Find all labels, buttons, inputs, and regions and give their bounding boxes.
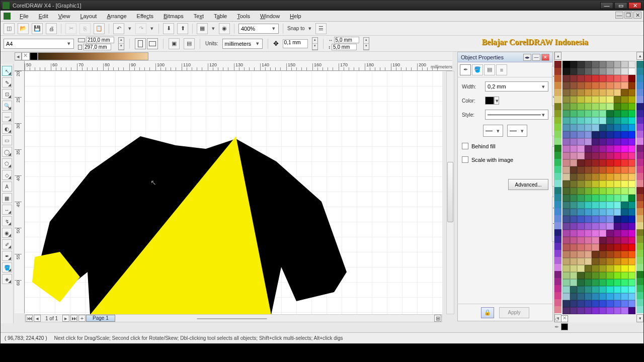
page-layout-button[interactable]: ▣ xyxy=(169,38,180,49)
palette-col2-up[interactable]: ▴ xyxy=(636,52,643,60)
menu-layout[interactable]: Layout xyxy=(76,12,101,20)
welcome-button[interactable]: ◉ xyxy=(219,23,230,34)
horizontal-scroll-thumb[interactable] xyxy=(197,318,267,319)
save-button[interactable]: 💾 xyxy=(32,23,43,34)
basic-shapes-tool[interactable]: ◇ xyxy=(2,170,12,180)
status-fill-swatch[interactable] xyxy=(561,315,568,322)
docker-tab-internet[interactable]: ≡ xyxy=(496,64,507,75)
connector-tool[interactable]: ↯ xyxy=(2,216,12,226)
prev-page-button[interactable]: ◂ xyxy=(34,315,41,322)
undo-dropdown[interactable]: ▾ xyxy=(127,25,132,32)
vertical-scroll-thumb[interactable] xyxy=(447,162,453,222)
lock-button[interactable]: 🔒 xyxy=(481,307,494,318)
ruler-origin[interactable] xyxy=(15,61,25,70)
palette-grid[interactable] xyxy=(562,61,635,313)
app-launcher-button[interactable]: ▦ xyxy=(197,23,208,34)
docker-tab-text[interactable]: ▤ xyxy=(484,64,495,75)
end-arrowhead-select[interactable]: ▾ xyxy=(507,125,527,137)
import-button[interactable]: ⬇ xyxy=(163,23,174,34)
docker-titlebar[interactable]: Object Properties ◂▸ — ✕ xyxy=(458,52,552,62)
export-button[interactable]: ⬆ xyxy=(177,23,188,34)
palette-no-fill[interactable] xyxy=(22,52,30,60)
menu-help[interactable]: Help xyxy=(286,12,305,20)
dup-spinner[interactable]: ▴▾ xyxy=(363,37,369,50)
outline-tool[interactable]: ✒ xyxy=(2,251,12,261)
page-dim-spinner[interactable]: ▴▾ xyxy=(118,37,124,50)
menu-bitmaps[interactable]: Bitmaps xyxy=(159,12,188,20)
doc-close-button[interactable]: ✕ xyxy=(633,12,641,19)
interactive-blend-tool[interactable]: ◉ xyxy=(2,228,12,238)
app-launcher-dropdown[interactable]: ▾ xyxy=(211,25,216,32)
outline-width-select[interactable]: 0,2 mm ▾ xyxy=(485,81,548,92)
undo-button[interactable]: ↶ xyxy=(113,23,124,34)
page-height-input[interactable]: 297,0 mm xyxy=(83,44,111,50)
canvas[interactable]: ↖ xyxy=(25,71,442,314)
dup-y-input[interactable]: 5,0 mm xyxy=(332,44,357,50)
dup-x-input[interactable]: 5,0 mm xyxy=(334,37,359,43)
page-width-input[interactable]: 210,0 mm xyxy=(86,37,114,43)
polygon-tool[interactable]: ⬠ xyxy=(2,158,12,168)
docker-tab-fill[interactable]: 🪣 xyxy=(472,64,483,75)
interactive-fill-tool[interactable]: ◈ xyxy=(2,274,12,284)
print-button[interactable]: 🖨 xyxy=(46,23,57,34)
palette-left-button[interactable]: ◂ xyxy=(15,52,22,60)
first-page-button[interactable]: ⏮ xyxy=(26,315,33,322)
doc-minimize-button[interactable]: — xyxy=(615,12,623,19)
units-select[interactable]: millimeters ▾ xyxy=(222,39,263,49)
crop-tool[interactable]: ⊡ xyxy=(2,89,12,99)
scale-with-image-checkbox[interactable] xyxy=(462,156,468,163)
redo-button[interactable]: ↷ xyxy=(135,23,146,34)
dimension-tool[interactable]: ↔ xyxy=(2,205,12,215)
ruler-vertical[interactable]: 202530354045505560 xyxy=(15,71,25,313)
smart-fill-tool[interactable]: ◐ xyxy=(2,124,12,134)
shape-tool[interactable]: ✎ xyxy=(2,77,12,87)
outline-color-swatch[interactable] xyxy=(485,97,494,105)
text-tool[interactable]: A xyxy=(2,182,12,192)
window-close-button[interactable]: ✕ xyxy=(628,2,641,9)
docker-expand-button[interactable]: ◂▸ xyxy=(523,54,531,61)
palette-swatches[interactable] xyxy=(38,52,148,60)
new-button[interactable]: ◫ xyxy=(4,23,15,34)
menu-file[interactable]: File xyxy=(16,12,33,20)
palette-col1-up[interactable]: ▴ xyxy=(554,52,561,60)
status-outline-swatch[interactable] xyxy=(561,323,568,330)
menu-window[interactable]: Window xyxy=(256,12,284,20)
vertical-scrollbar[interactable] xyxy=(446,71,454,314)
docker-close-button[interactable]: ✕ xyxy=(541,54,549,61)
advanced-button[interactable]: Advanced... xyxy=(508,179,548,190)
cut-button[interactable]: ✂ xyxy=(65,23,76,34)
maximize-button[interactable]: ▭ xyxy=(614,2,627,9)
redo-dropdown[interactable]: ▾ xyxy=(149,25,154,32)
fill-tool[interactable]: 🪣 xyxy=(2,262,12,273)
add-page-button[interactable]: + xyxy=(78,315,86,322)
docker-tab-outline[interactable]: ✒ xyxy=(460,64,471,75)
menu-table[interactable]: Table xyxy=(210,12,231,20)
options-button[interactable]: ☰ xyxy=(315,23,327,34)
behind-fill-checkbox[interactable] xyxy=(462,143,468,149)
portrait-button[interactable] xyxy=(135,38,146,49)
page-presets-button[interactable]: ▤ xyxy=(184,38,195,49)
paste-button[interactable]: 📋 xyxy=(94,23,105,34)
freehand-tool[interactable]: 〰 xyxy=(2,112,12,122)
open-button[interactable]: 📂 xyxy=(18,23,29,34)
palette-swatch-black[interactable] xyxy=(30,52,38,60)
copy-button[interactable]: ⎘ xyxy=(79,23,91,34)
last-page-button[interactable]: ⏭ xyxy=(70,315,77,322)
paper-size-select[interactable]: A4 ▾ xyxy=(4,39,74,49)
rectangle-tool[interactable]: ▭ xyxy=(2,135,12,145)
palette-col2-down[interactable]: ▾ xyxy=(636,314,643,322)
doc-restore-button[interactable]: ❐ xyxy=(624,12,632,19)
app-menu-icon[interactable] xyxy=(4,13,11,20)
menu-tools[interactable]: Tools xyxy=(233,12,254,20)
nudge-spinner[interactable]: ▴▾ xyxy=(312,37,318,50)
navigator-button[interactable]: ⊞ xyxy=(434,315,441,322)
zoom-tool[interactable]: 🔍 xyxy=(2,101,12,111)
next-page-button[interactable]: ▸ xyxy=(62,315,69,322)
menu-effects[interactable]: Effects xyxy=(133,12,157,20)
outline-style-select[interactable]: ▾ xyxy=(485,110,548,120)
ruler-horizontal[interactable]: 5060708090100110120130140150160170180190… xyxy=(15,61,452,71)
menu-arrange[interactable]: Arrange xyxy=(103,12,130,20)
menu-text[interactable]: Text xyxy=(190,12,208,20)
nudge-input[interactable]: 0,1 mm xyxy=(283,39,308,48)
ellipse-tool[interactable]: ◯ xyxy=(2,147,12,157)
